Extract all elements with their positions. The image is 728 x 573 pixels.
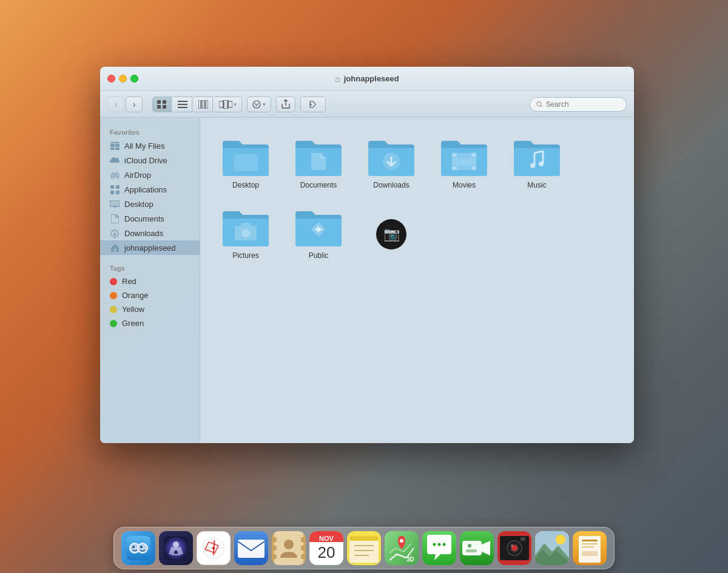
svg-rect-98 [466, 549, 477, 552]
file-item-pictures[interactable]: Pictures [212, 200, 279, 265]
file-item-public[interactable]: Public [285, 200, 352, 265]
action-button[interactable]: ▾ [247, 97, 271, 112]
dock-item-finder[interactable] [121, 531, 155, 565]
all-my-files-icon [110, 141, 120, 151]
sidebar-label-icloud-drive: iCloud Drive [124, 156, 167, 165]
svg-point-97 [468, 544, 471, 548]
airdrop-icon [110, 170, 120, 180]
dock-item-facetime[interactable] [460, 531, 494, 565]
tags-section-title: Tags [100, 261, 200, 274]
svg-point-75 [284, 540, 294, 549]
svg-rect-26 [110, 191, 114, 194]
sidebar-item-tag-green[interactable]: Green [100, 316, 200, 330]
sidebar-label-desktop: Desktop [124, 200, 153, 209]
maps-icon: 3D [385, 531, 419, 565]
sidebar-item-home[interactable]: johnappleseed [100, 240, 200, 255]
finder-window: ⌂ johnappleseed ‹ › ▾ ▾ [100, 67, 634, 443]
sidebar-item-all-my-files[interactable]: All My Files [100, 138, 200, 153]
dock: NOV 20 3D [113, 527, 615, 569]
sidebar-item-tag-yellow[interactable]: Yellow [100, 302, 200, 316]
facetime-icon [460, 531, 494, 565]
dock-item-pages[interactable] [573, 531, 607, 565]
dock-item-mail[interactable] [234, 531, 268, 565]
forward-button[interactable]: › [126, 97, 143, 112]
svg-rect-8 [202, 100, 204, 109]
svg-rect-41 [471, 166, 476, 170]
dock-item-contacts[interactable] [272, 531, 306, 565]
svg-rect-24 [110, 185, 114, 189]
svg-rect-1 [163, 100, 166, 104]
sidebar-item-applications[interactable]: Applications [100, 182, 200, 197]
notes-icon [347, 531, 381, 565]
dock-item-photos[interactable] [535, 531, 569, 565]
share-button[interactable] [276, 97, 295, 112]
dock-item-maps[interactable]: 3D [385, 531, 419, 565]
pictures-folder-icon [221, 205, 270, 246]
sidebar-label-airdrop: AirDrop [124, 171, 151, 180]
sidebar-item-airdrop[interactable]: AirDrop [100, 168, 200, 182]
favorites-section-title: Favorites [100, 125, 200, 138]
maximize-button[interactable] [130, 75, 138, 83]
dock-item-notes[interactable] [347, 531, 381, 565]
launchpad-icon [159, 531, 193, 565]
messages-icon [422, 531, 456, 565]
tag-yellow-dot [110, 306, 117, 313]
back-button[interactable]: ‹ [107, 97, 124, 112]
window-title: ⌂ johnappleseed [335, 74, 399, 84]
tag-button[interactable] [300, 97, 326, 112]
traffic-lights [107, 75, 138, 83]
file-item-documents[interactable]: Documents [285, 130, 352, 194]
svg-rect-27 [116, 191, 120, 194]
sidebar-item-desktop[interactable]: Desktop [100, 197, 200, 211]
dock-item-messages[interactable] [422, 531, 456, 565]
dock-item-safari[interactable] [197, 531, 231, 565]
svg-rect-114 [582, 551, 598, 556]
column-view-button[interactable] [194, 97, 213, 112]
view-buttons: ▾ [152, 97, 242, 112]
svg-text:20: 20 [318, 543, 335, 561]
file-item-desktop[interactable]: Desktop [212, 130, 279, 194]
file-label-public: Public [309, 251, 329, 260]
sidebar-item-tag-red[interactable]: Red [100, 274, 200, 288]
svg-rect-39 [471, 153, 476, 157]
file-label-movies: Movies [453, 181, 476, 189]
mail-icon [234, 531, 268, 565]
close-button[interactable] [107, 75, 115, 83]
dock-item-photo-booth[interactable] [497, 531, 531, 565]
dock-item-calendar[interactable]: NOV 20 [309, 531, 343, 565]
icon-view-button[interactable] [152, 97, 172, 112]
file-label-music: Music [527, 181, 546, 189]
coverflow-view-button[interactable]: ▾ [214, 97, 242, 112]
downloads-folder-icon [367, 135, 416, 176]
svg-rect-38 [452, 153, 457, 157]
desktop-icon [110, 199, 120, 209]
svg-rect-70 [272, 546, 277, 551]
svg-rect-0 [157, 100, 161, 104]
dock-item-launchpad[interactable] [159, 531, 193, 565]
sidebar-item-tag-orange[interactable]: Orange [100, 288, 200, 302]
svg-rect-42 [452, 158, 476, 165]
search-input[interactable] [546, 100, 620, 109]
svg-rect-25 [116, 185, 120, 189]
safari-icon [197, 531, 231, 565]
svg-rect-2 [157, 105, 161, 109]
file-item-music[interactable]: Music [504, 130, 570, 194]
svg-rect-74 [301, 554, 306, 559]
sidebar-item-icloud-drive[interactable]: iCloud Drive [100, 153, 200, 168]
sidebar-item-downloads[interactable]: Downloads [100, 226, 200, 240]
file-item-movies[interactable]: Movies [431, 130, 497, 194]
svg-rect-40 [452, 166, 457, 170]
file-label-desktop: Desktop [232, 181, 259, 189]
file-label-pictures: Pictures [232, 251, 258, 260]
search-bar[interactable] [530, 97, 627, 112]
minimize-button[interactable] [119, 75, 127, 83]
camera-shortcut[interactable]: 📷 [358, 203, 425, 265]
home-sidebar-icon [110, 243, 120, 253]
file-item-downloads[interactable]: Downloads [358, 130, 425, 194]
music-folder-icon [513, 135, 561, 176]
calendar-icon: NOV 20 [309, 531, 343, 565]
list-view-button[interactable] [173, 97, 192, 112]
sidebar-item-documents[interactable]: Documents [100, 211, 200, 226]
pages-icon [573, 531, 607, 565]
svg-rect-7 [198, 100, 201, 109]
